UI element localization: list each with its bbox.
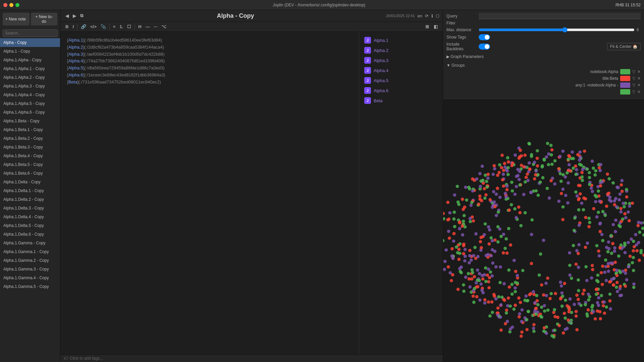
- note-item[interactable]: Alpha.1.Gamma.4 - Copy: [0, 274, 60, 282]
- editor-footer[interactable]: 🏷 Click to add tags...: [60, 354, 443, 362]
- group-filter-icon[interactable]: ▽: [632, 69, 635, 74]
- group-color[interactable]: [620, 76, 630, 81]
- search-input[interactable]: [3, 29, 58, 37]
- preview-link[interactable]: JAlpha.6: [364, 87, 438, 94]
- note-item[interactable]: Alpha.1.Gamma.1 - Copy: [0, 247, 60, 256]
- graph-parameters-section[interactable]: ▶ Graph Parameters: [446, 53, 641, 60]
- checklist-button[interactable]: ☐: [125, 23, 133, 30]
- group-filter-icon[interactable]: ▽: [632, 83, 635, 87]
- note-item[interactable]: Alpha.1.Alpha.4 - Copy: [0, 90, 60, 99]
- svg-point-28: [519, 301, 522, 304]
- group-color[interactable]: [620, 82, 630, 88]
- lang-button[interactable]: en: [418, 13, 422, 18]
- svg-point-717: [640, 221, 643, 225]
- note-item[interactable]: Alpha.1.Beta.5 - Copy: [0, 160, 60, 169]
- maximize-button[interactable]: [15, 3, 19, 7]
- note-item[interactable]: Alpha.1.Gamma - Copy: [0, 239, 60, 247]
- svg-point-118: [502, 184, 505, 188]
- group-delete-icon[interactable]: ✕: [637, 89, 641, 94]
- note-item[interactable]: Alpha.1.Alpha.5 - Copy: [0, 99, 60, 108]
- query-input[interactable]: [479, 13, 641, 19]
- view-split-button[interactable]: ⊞: [424, 23, 431, 30]
- note-item[interactable]: Alpha.1.Gamma.2 - Copy: [0, 256, 60, 265]
- preview-link[interactable]: JAlpha.2: [364, 47, 438, 54]
- link-button[interactable]: 🔗: [79, 23, 88, 30]
- include-backlinks-toggle[interactable]: [479, 44, 490, 50]
- note-item[interactable]: Alpha.1.Delta.5 - Copy: [0, 221, 60, 230]
- preview-link-label: Alpha.4: [374, 68, 388, 73]
- slider-container: 6: [479, 27, 641, 33]
- attach-button[interactable]: 📎: [99, 23, 108, 30]
- graph-icon[interactable]: ⬡: [436, 13, 439, 18]
- note-item[interactable]: Alpha.1.Beta - Copy: [0, 117, 60, 125]
- note-item[interactable]: Alpha.1.Alpha - Copy: [0, 56, 60, 64]
- group-color[interactable]: [620, 69, 630, 74]
- note-item[interactable]: Alpha.1.Alpha.2 - Copy: [0, 73, 60, 82]
- svg-point-766: [483, 301, 486, 305]
- group-delete-icon[interactable]: ✕: [637, 83, 641, 87]
- editor-text-area[interactable]: [Alpha.1](:/99b5f9c8fa1b4ed586140ee3fef6…: [60, 32, 359, 354]
- fit-center-button[interactable]: Fit & Center 🏠: [607, 43, 641, 50]
- note-item[interactable]: Alpha.1.Delta.2 - Copy: [0, 195, 60, 204]
- group-delete-icon[interactable]: ✕: [637, 69, 641, 74]
- note-item[interactable]: Alpha.1.Beta.2 - Copy: [0, 134, 60, 143]
- add-tags-label[interactable]: Click to add tags...: [70, 356, 103, 361]
- link-icon: J: [364, 77, 371, 84]
- note-item[interactable]: Alpha.1.Alpha.3 - Copy: [0, 82, 60, 90]
- hr-button[interactable]: —: [144, 23, 152, 30]
- bold-button[interactable]: B: [64, 23, 70, 30]
- note-item[interactable]: Alpha.1.Beta.3 - Copy: [0, 143, 60, 152]
- more-button[interactable]: ···: [152, 23, 159, 30]
- svg-point-446: [608, 293, 612, 296]
- code-block-button[interactable]: ⌥: [160, 23, 168, 30]
- note-item[interactable]: Alpha.1.Alpha.6 - Copy: [0, 108, 60, 117]
- show-tags-toggle[interactable]: [479, 34, 490, 40]
- editor-datetime: 20/01/2025 22:41: [386, 14, 415, 18]
- info-icon[interactable]: ℹ: [431, 13, 433, 18]
- note-item[interactable]: Alpha.1.Beta.1 - Copy: [0, 125, 60, 134]
- note-item[interactable]: Alpha.1.Beta.4 - Copy: [0, 152, 60, 160]
- new-todo-button[interactable]: + New to-do: [31, 13, 58, 25]
- note-item[interactable]: Alpha.1.Gamma.5 - Copy: [0, 282, 60, 291]
- svg-point-158: [539, 252, 542, 256]
- note-item[interactable]: Alpha.1.Delta.6 - Copy: [0, 230, 60, 239]
- svg-point-421: [632, 256, 635, 259]
- sync-icon[interactable]: ⟳: [425, 13, 429, 18]
- note-item[interactable]: Alpha.1.Alpha.1 - Copy: [0, 64, 60, 73]
- nav-back-button[interactable]: ◀: [64, 12, 70, 19]
- preview-link[interactable]: JAlpha.3: [364, 57, 438, 64]
- new-note-button[interactable]: + New note: [3, 13, 30, 25]
- preview-link[interactable]: JAlpha.4: [364, 67, 438, 74]
- window-controls[interactable]: [3, 3, 19, 7]
- group-filter-icon[interactable]: ▽: [632, 76, 635, 81]
- close-button[interactable]: [3, 3, 7, 7]
- note-item[interactable]: Alpha.1.Delta.3 - Copy: [0, 204, 60, 213]
- note-item[interactable]: Alpha.1 - Copy: [0, 47, 60, 56]
- svg-point-594: [520, 320, 523, 323]
- code-inline-button[interactable]: </>: [89, 23, 98, 30]
- svg-point-619: [593, 173, 597, 177]
- preview-link[interactable]: JAlpha.5: [364, 77, 438, 84]
- numbered-list-button[interactable]: 1.: [118, 23, 125, 30]
- group-delete-icon[interactable]: ✕: [637, 76, 641, 81]
- nav-forward-button[interactable]: ▶: [71, 12, 78, 19]
- note-item[interactable]: Alpha.1.Delta.1 - Copy: [0, 186, 60, 195]
- toggle-external-button[interactable]: ⧉: [78, 12, 85, 19]
- groups-header[interactable]: ▼ Groups: [446, 62, 641, 69]
- note-item[interactable]: Alpha - Copy: [0, 38, 60, 47]
- heading-button[interactable]: H: [137, 23, 143, 30]
- note-item[interactable]: Alpha.1.Beta.6 - Copy: [0, 169, 60, 178]
- note-item[interactable]: Alpha.1.Gamma.3 - Copy: [0, 265, 60, 274]
- view-preview-button[interactable]: ◧: [432, 23, 439, 30]
- preview-link[interactable]: JBeta: [364, 97, 438, 104]
- group-filter-icon[interactable]: ▽: [632, 89, 635, 94]
- minimize-button[interactable]: [9, 3, 13, 7]
- bullet-list-button[interactable]: ≡: [111, 23, 117, 30]
- max-distance-slider[interactable]: [479, 27, 635, 33]
- preview-link[interactable]: JAlpha.1: [364, 37, 438, 44]
- note-item[interactable]: Alpha.1.Delta - Copy: [0, 178, 60, 186]
- note-item[interactable]: Alpha.1.Delta.4 - Copy: [0, 213, 60, 221]
- svg-point-698: [473, 287, 476, 290]
- italic-button[interactable]: I: [71, 23, 75, 30]
- group-color[interactable]: [620, 89, 630, 95]
